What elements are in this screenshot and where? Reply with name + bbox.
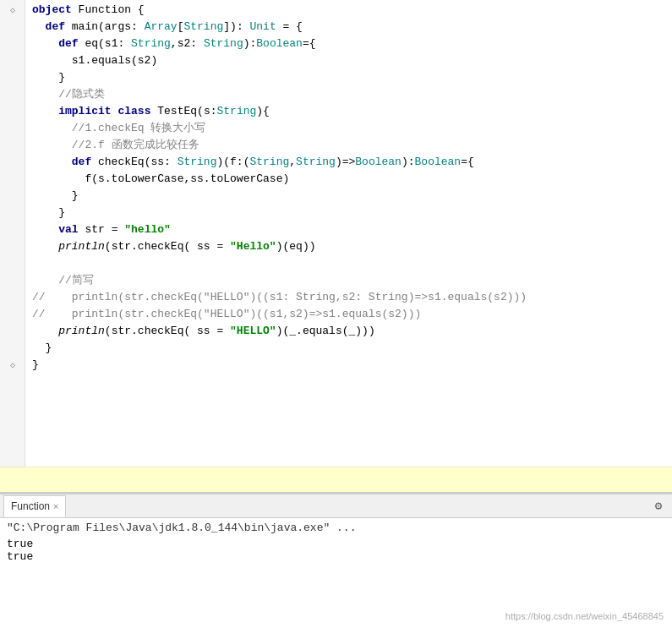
- gutter-line-13: [0, 205, 25, 221]
- gutter-line-8: [0, 120, 25, 137]
- run-tab[interactable]: Function ×: [3, 495, 66, 517]
- watermark: https://blog.csdn.net/weixin_45468845: [505, 611, 664, 621]
- gutter-line-15: [0, 238, 25, 255]
- output-line-1: true: [7, 538, 665, 550]
- panel-tabs-bar: Function × ⚙: [0, 494, 672, 518]
- code-line-7: implicit class TestEq(s:String){: [32, 103, 672, 120]
- code-line-10: def checkEq(ss: String)(f:(String,String…: [32, 154, 672, 171]
- code-line-17: //简写: [32, 272, 672, 289]
- editor-gutter: ◇ ◇: [0, 0, 25, 467]
- gutter-line-3: [0, 35, 25, 52]
- gutter-line-10: [0, 154, 25, 171]
- gutter-line-12: [0, 188, 25, 205]
- gutter-line-1: ◇: [0, 2, 25, 19]
- code-lines-container[interactable]: object Function { def main(args: Array[S…: [25, 0, 672, 467]
- code-line-3: def eq(s1: String,s2: String):Boolean={: [32, 35, 672, 52]
- output-line-2: true: [7, 550, 665, 563]
- gutter-line-20: [0, 323, 25, 340]
- code-line-15: println(str.checkEq( ss = "Hello")(eq)): [32, 238, 672, 255]
- gutter-line-6: [0, 86, 25, 103]
- code-line-11: f(s.toLowerCase,ss.toLowerCase): [32, 171, 672, 188]
- gutter-line-7: [0, 103, 25, 120]
- code-line-21: }: [32, 340, 672, 357]
- gutter-line-16: [0, 255, 25, 272]
- code-line-18: // println(str.checkEq("HELLO")((s1: Str…: [32, 289, 672, 306]
- code-line-19: // println(str.checkEq("HELLO")((s1,s2)=…: [32, 306, 672, 323]
- code-line-22: }: [32, 357, 672, 374]
- gutter-line-21: [0, 340, 25, 357]
- code-line-20: println(str.checkEq( ss = "HELLO")(_.equ…: [32, 323, 672, 340]
- run-tab-close[interactable]: ×: [53, 501, 58, 511]
- code-editor: ◇ ◇ object Funct: [0, 0, 672, 493]
- code-line-6: //隐式类: [32, 86, 672, 103]
- run-command: "C:\Program Files\Java\jdk1.8.0_144\bin\…: [7, 522, 665, 534]
- gutter-line-9: [0, 137, 25, 154]
- gutter-line-18: [0, 289, 25, 306]
- code-line-9: //2.f 函数完成比较任务: [32, 137, 672, 154]
- gutter-line-17: [0, 272, 25, 289]
- settings-button[interactable]: ⚙: [648, 496, 669, 516]
- yellow-highlight-area: [0, 467, 672, 492]
- code-line-5: }: [32, 69, 672, 86]
- gutter-line-14: [0, 221, 25, 238]
- gutter-line-19: [0, 306, 25, 323]
- code-line-4: s1.equals(s2): [32, 52, 672, 69]
- code-line-1: object Function {: [32, 2, 672, 19]
- gutter-line-5: [0, 69, 25, 86]
- bottom-panel: Function × ⚙ "C:\Program Files\Java\jdk1…: [0, 493, 672, 628]
- run-tab-label: Function: [11, 500, 50, 512]
- gutter-line-4: [0, 52, 25, 69]
- code-line-16: [32, 255, 672, 272]
- gutter-line-22: ◇: [0, 357, 25, 374]
- code-line-12: }: [32, 188, 672, 205]
- gutter-line-11: [0, 171, 25, 188]
- code-line-13: }: [32, 205, 672, 221]
- code-line-2: def main(args: Array[String]): Unit = {: [32, 19, 672, 35]
- code-line-8: //1.checkEq 转换大小写: [32, 120, 672, 137]
- gutter-line-2: [0, 19, 25, 35]
- code-line-14: val str = "hello": [32, 221, 672, 238]
